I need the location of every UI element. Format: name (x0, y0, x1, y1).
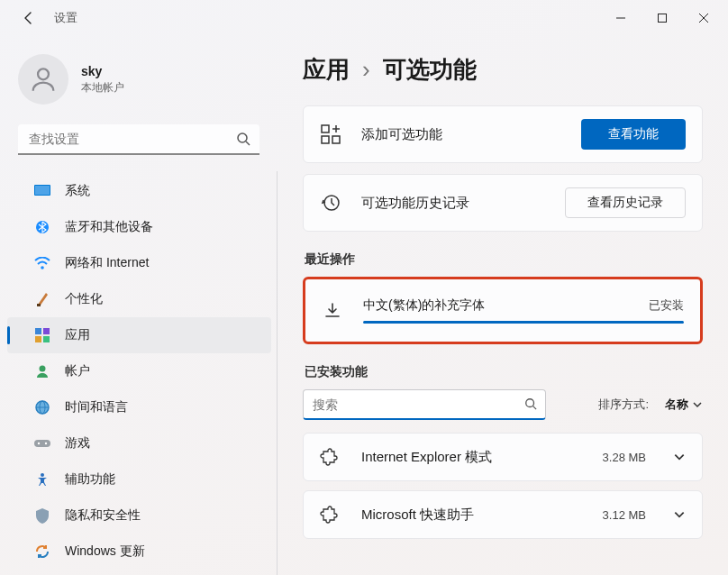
svg-point-14 (40, 366, 46, 372)
svg-point-20 (45, 443, 47, 444)
brush-icon (34, 291, 50, 307)
sidebar-item-personalization[interactable]: 个性化 (7, 281, 271, 317)
installed-section-header: 已安装功能 (305, 364, 703, 380)
titlebar: 设置 (0, 0, 728, 36)
add-feature-label: 添加可选功能 (361, 126, 561, 143)
sidebar-item-label: 个性化 (65, 291, 103, 307)
feature-row[interactable]: Microsoft 快速助手 3.12 MB (303, 490, 703, 539)
display-icon (34, 183, 50, 199)
feature-name: Microsoft 快速助手 (361, 507, 583, 524)
svg-point-2 (38, 68, 49, 79)
svg-point-19 (38, 443, 40, 444)
svg-rect-12 (35, 336, 41, 342)
view-history-button[interactable]: 查看历史记录 (565, 187, 686, 218)
sidebar-searchbox[interactable] (18, 124, 259, 155)
close-button[interactable] (683, 5, 724, 32)
sidebar-item-label: 网络和 Internet (65, 255, 149, 271)
sidebar-item-time[interactable]: 时间和语言 (7, 389, 271, 425)
search-input[interactable] (18, 124, 259, 155)
svg-rect-23 (322, 136, 329, 143)
sort-dropdown[interactable]: 名称 (665, 397, 703, 413)
svg-rect-6 (35, 186, 50, 195)
sidebar-item-label: Windows 更新 (65, 543, 145, 560)
download-icon (322, 302, 343, 320)
puzzle-icon (320, 448, 341, 466)
feature-name: Internet Explorer 模式 (361, 449, 583, 466)
sidebar-item-label: 辅助功能 (65, 471, 115, 488)
maximize-button[interactable] (642, 5, 683, 32)
view-features-button[interactable]: 查看功能 (581, 119, 686, 150)
accessibility-icon (34, 471, 50, 488)
avatar (18, 54, 68, 105)
page-title: 可选功能 (383, 54, 477, 86)
nav-list: 系统 蓝牙和其他设备 网络和 Internet 个性化 应用 (0, 171, 278, 575)
feature-size: 3.12 MB (603, 508, 646, 522)
svg-line-4 (246, 141, 250, 145)
search-icon (524, 397, 537, 410)
sidebar: sky 本地帐户 系统 蓝牙和其他设备 (0, 36, 278, 575)
sidebar-item-network[interactable]: 网络和 Internet (7, 245, 271, 281)
svg-rect-24 (332, 136, 340, 143)
chevron-down-icon[interactable] (673, 508, 686, 521)
svg-rect-18 (34, 440, 50, 447)
back-button[interactable] (20, 9, 38, 27)
svg-rect-9 (37, 304, 41, 306)
svg-line-27 (533, 406, 537, 410)
person-icon (34, 363, 50, 379)
add-tile-icon (320, 124, 341, 144)
add-feature-card: 添加可选功能 查看功能 (303, 105, 703, 163)
breadcrumb-parent[interactable]: 应用 (303, 54, 350, 86)
shield-icon (34, 507, 50, 524)
chevron-right-icon: › (362, 56, 370, 84)
recent-item-status: 已安装 (649, 297, 684, 314)
wifi-icon (34, 255, 50, 271)
feature-search-input[interactable] (303, 389, 546, 420)
svg-rect-10 (35, 328, 41, 334)
sidebar-item-label: 帐户 (65, 363, 90, 379)
svg-point-26 (526, 399, 534, 407)
sort-label: 排序方式: (598, 397, 649, 413)
sidebar-item-update[interactable]: Windows 更新 (7, 534, 271, 570)
sidebar-item-system[interactable]: 系统 (7, 173, 271, 209)
history-card: 可选功能历史记录 查看历史记录 (303, 174, 703, 232)
sidebar-item-accessibility[interactable]: 辅助功能 (7, 461, 271, 497)
puzzle-icon (320, 506, 341, 524)
svg-point-8 (41, 266, 44, 269)
sidebar-item-bluetooth[interactable]: 蓝牙和其他设备 (7, 209, 271, 245)
app-title: 设置 (54, 10, 77, 26)
recent-item-card[interactable]: 中文(繁体)的补充字体 已安装 (303, 277, 703, 344)
feature-size: 3.28 MB (603, 451, 646, 464)
feature-row[interactable]: Internet Explorer 模式 3.28 MB (303, 433, 703, 481)
sidebar-item-label: 时间和语言 (65, 399, 128, 415)
minimize-button[interactable] (600, 5, 642, 32)
feature-searchbox[interactable] (303, 389, 546, 420)
sidebar-item-label: 系统 (65, 183, 90, 199)
history-icon (320, 193, 341, 213)
sidebar-item-label: 游戏 (65, 435, 90, 452)
sidebar-item-label: 蓝牙和其他设备 (65, 219, 153, 235)
update-icon (34, 543, 50, 560)
sidebar-item-gaming[interactable]: 游戏 (7, 425, 271, 461)
svg-rect-1 (659, 14, 667, 23)
recent-section-header: 最近操作 (305, 251, 703, 268)
profile-type: 本地帐户 (81, 80, 124, 96)
chevron-down-icon (692, 399, 703, 410)
profile[interactable]: sky 本地帐户 (0, 49, 278, 121)
breadcrumb: 应用 › 可选功能 (303, 54, 703, 86)
sidebar-item-accounts[interactable]: 帐户 (7, 353, 271, 389)
gamepad-icon (34, 435, 50, 452)
chevron-down-icon[interactable] (673, 451, 686, 463)
svg-rect-11 (43, 328, 50, 334)
sidebar-item-label: 应用 (65, 327, 90, 343)
sidebar-item-apps[interactable]: 应用 (7, 317, 271, 353)
main-content: 应用 › 可选功能 添加可选功能 查看功能 可选功能历史记录 查看历史记录 最近… (278, 36, 728, 575)
progress-bar (363, 321, 684, 324)
svg-rect-13 (43, 336, 50, 342)
apps-icon (34, 327, 50, 343)
globe-icon (34, 399, 50, 415)
sidebar-item-label: 隐私和安全性 (65, 507, 141, 524)
search-icon (236, 132, 250, 146)
sidebar-item-privacy[interactable]: 隐私和安全性 (7, 497, 271, 534)
bluetooth-icon (34, 219, 50, 235)
svg-point-3 (238, 133, 247, 142)
